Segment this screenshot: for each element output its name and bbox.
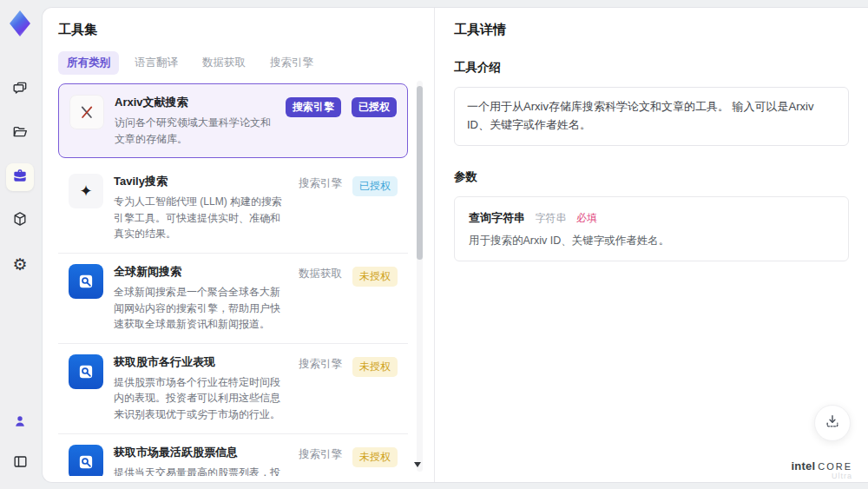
tavily-star-icon: ✦ (69, 174, 103, 208)
download-button[interactable] (814, 405, 851, 441)
cube-icon (11, 210, 29, 231)
category-badge: 搜索引擎 (286, 97, 341, 117)
category-label: 搜索引擎 (299, 447, 342, 462)
status-badge: 未授权 (352, 447, 398, 467)
panel-toggle-icon (12, 453, 29, 473)
category-label: 搜索引擎 (299, 176, 342, 191)
folder-icon (11, 123, 29, 144)
tool-name: Arxiv文献搜索 (115, 95, 275, 110)
user-icon (12, 413, 28, 433)
parameter-item: 查询字符串 字符串 必填 用于搜索的Arxiv ID、关键字或作者姓名。 (454, 196, 849, 261)
scrollbar-thumb[interactable] (417, 86, 423, 260)
status-badge: 已授权 (352, 97, 397, 117)
intro-heading: 工具介绍 (454, 60, 849, 76)
category-tabs: 所有类别 语言翻译 数据获取 搜索引擎 (58, 51, 434, 75)
status-badge: 未授权 (352, 267, 398, 287)
tool-card-most-active-stocks[interactable]: 获取市场最活跃股票信息 提供当天交易量最高的股票列表，投资者可以利用这些信息来识… (58, 434, 408, 476)
parameter-header: 查询字符串 字符串 必填 (469, 209, 834, 226)
download-icon (824, 413, 841, 433)
tool-name: 获取市场最活跃股票信息 (114, 445, 288, 460)
tool-card-tavily[interactable]: ✦ Tavily搜索 专为人工智能代理 (LLM) 构建的搜索引擎工具。可快速提… (58, 163, 408, 254)
tool-description: 访问各个研究领域大量科学论文和文章的存储库。 (115, 115, 275, 147)
chat-icon (11, 80, 29, 101)
tools-panel-title: 工具集 (58, 22, 434, 38)
main-container: 工具集 所有类别 语言翻译 数据获取 搜索引擎 Arxiv文献搜索 访问各个研究… (42, 7, 868, 483)
nav-chat[interactable] (6, 76, 34, 104)
collapse-sidebar[interactable] (6, 449, 34, 477)
arxiv-logo-icon (69, 95, 104, 129)
app-logo-icon (9, 10, 31, 36)
nav-models[interactable] (6, 207, 34, 235)
tab-search-engine[interactable]: 搜索引擎 (261, 51, 322, 75)
tool-card-global-news[interactable]: 全球新闻搜索 全球新闻搜索是一个聚合全球各大新闻网站内容的搜索引擎，帮助用户快速… (58, 254, 408, 344)
parameter-description: 用于搜索的Arxiv ID、关键字或作者姓名。 (469, 234, 834, 248)
status-badge: 未授权 (352, 357, 398, 377)
brand-intel-text: intel (791, 459, 815, 472)
nav-tools[interactable] (6, 163, 34, 191)
toolbox-icon (11, 167, 29, 188)
news-search-icon (69, 264, 103, 299)
brand-core-text: CORE (818, 461, 852, 472)
parameter-name: 查询字符串 (469, 211, 525, 224)
status-badge: 已授权 (352, 176, 398, 196)
details-panel: 工具详情 工具介绍 一个用于从Arxiv存储库搜索科学论文和文章的工具。 输入可… (435, 8, 868, 482)
tool-card-arxiv[interactable]: Arxiv文献搜索 访问各个研究领域大量科学论文和文章的存储库。 搜索引擎 已授… (58, 83, 408, 158)
tool-name: Tavily搜索 (114, 174, 288, 189)
brand-sub-text: Ultra (791, 472, 852, 481)
category-label: 数据获取 (299, 267, 342, 281)
nav-files[interactable] (6, 120, 34, 148)
tool-name: 全球新闻搜索 (114, 264, 288, 280)
left-rail: ⚙ (0, 0, 40, 489)
parameter-type: 字符串 (535, 212, 566, 224)
nav-settings[interactable]: ⚙ (6, 250, 34, 278)
category-label: 搜索引擎 (299, 357, 342, 372)
intel-core-logo: intelCORE Ultra (791, 460, 852, 481)
params-heading: 参数 (454, 169, 849, 185)
tab-language-translation[interactable]: 语言翻译 (126, 51, 187, 75)
gear-icon: ⚙ (12, 256, 27, 273)
details-panel-title: 工具详情 (454, 22, 849, 38)
tool-card-sector-performance[interactable]: 获取股市各行业表现 提供股票市场各个行业在特定时间段内的表现。投资者可以利用这些… (58, 344, 408, 434)
tool-description: 专为人工智能代理 (LLM) 构建的搜索引擎工具。可快速提供实时、准确和真实的结… (114, 194, 288, 242)
stock-search-icon (69, 445, 103, 476)
tab-data-fetching[interactable]: 数据获取 (194, 51, 254, 75)
scrollbar-track[interactable] (417, 81, 423, 472)
scroll-down-arrow-icon[interactable] (414, 462, 421, 467)
parameter-required-flag: 必填 (576, 212, 597, 224)
rail-nav: ⚙ (6, 76, 34, 278)
stock-search-icon (69, 354, 103, 389)
tools-panel: 工具集 所有类别 语言翻译 数据获取 搜索引擎 Arxiv文献搜索 访问各个研究… (43, 8, 435, 482)
tool-intro-box: 一个用于从Arxiv存储库搜索科学论文和文章的工具。 输入可以是Arxiv ID… (454, 87, 849, 146)
tool-name: 获取股市各行业表现 (114, 354, 288, 370)
tool-description: 全球新闻搜索是一个聚合全球各大新闻网站内容的搜索引擎，帮助用户快速获取全球最新资… (114, 284, 288, 333)
tool-list: Arxiv文献搜索 访问各个研究领域大量科学论文和文章的存储库。 搜索引擎 已授… (58, 83, 434, 476)
tab-all-categories[interactable]: 所有类别 (58, 51, 119, 75)
tool-description: 提供股票市场各个行业在特定时间段内的表现。投资者可以利用这些信息来识别表现优于或… (114, 374, 288, 423)
user-profile[interactable] (6, 409, 34, 437)
tool-description: 提供当天交易量最高的股票列表，投资者可以利用这些信息来识别流动性强的股票和潜在的… (114, 465, 288, 476)
rail-bottom (6, 409, 34, 477)
